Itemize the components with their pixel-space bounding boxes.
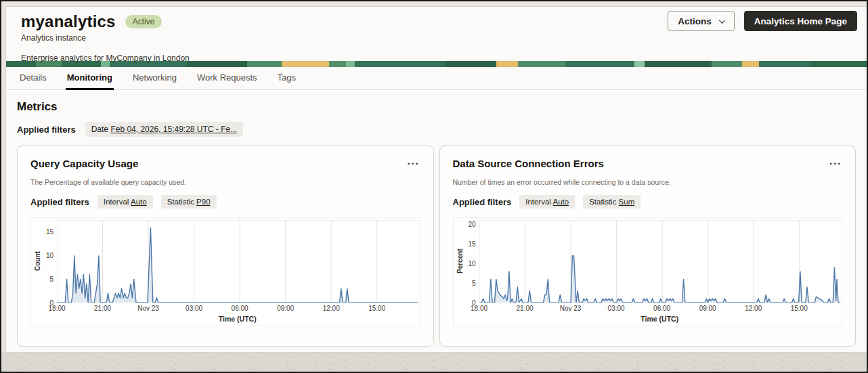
statistic-filter-label: Statistic	[589, 198, 616, 206]
y-axis-title: Percent	[455, 220, 464, 303]
ellipsis-menu-icon[interactable]: ···	[827, 156, 844, 171]
interval-filter-label: Interval	[104, 198, 129, 206]
y-axis-ticks: 051015	[42, 220, 57, 303]
card-filters-row: Applied filters Interval Auto Statistic …	[453, 195, 843, 209]
home-button-label: Analytics Home Page	[754, 16, 847, 26]
tab-tags[interactable]: Tags	[276, 67, 297, 90]
statistic-filter-chip[interactable]: Statistic Sum	[583, 195, 641, 209]
line-chart-plot	[479, 220, 841, 303]
metric-cards: Query Capacity Usage ··· The Percentage …	[17, 146, 856, 347]
interval-filter-label: Interval	[525, 198, 551, 206]
footer-band	[1, 353, 867, 372]
date-filter-label: Date	[91, 125, 108, 134]
x-axis-ticks: 18:0021:00Nov 2303:0006:0009:0012:0015:0…	[479, 303, 841, 313]
card-applied-filters-label: Applied filters	[30, 197, 89, 207]
tab-details[interactable]: Details	[18, 67, 48, 90]
interval-filter-value[interactable]: Auto	[131, 198, 147, 206]
x-axis-title: Time (UTC)	[479, 315, 841, 324]
x-axis-title: Time (UTC)	[57, 315, 418, 324]
tab-bar: Details Monitoring Networking Work Reque…	[6, 67, 867, 90]
actions-button-label: Actions	[678, 16, 712, 26]
header-buttons: Actions Analytics Home Page	[668, 11, 857, 31]
monitoring-content: Metrics Applied filters Date Feb 04, 202…	[6, 90, 867, 347]
card-applied-filters-label: Applied filters	[453, 197, 512, 207]
card-title: Data Source Connection Errors	[453, 158, 843, 169]
actions-button[interactable]: Actions	[668, 11, 735, 31]
query-capacity-chart: Count 051015 18:0021:00Nov 2303:0006:000…	[30, 217, 420, 326]
card-data-source-connection-errors: Data Source Connection Errors ··· Number…	[439, 146, 856, 347]
card-title: Query Capacity Usage	[30, 158, 420, 169]
metrics-heading: Metrics	[17, 100, 856, 114]
date-filter-chip[interactable]: Date Feb 04, 2026, 15:49:28 UTC - Fe...	[85, 122, 243, 137]
instance-type-label: Analytics instance	[21, 33, 853, 43]
page-filters-row: Applied filters Date Feb 04, 2026, 15:49…	[17, 122, 856, 137]
tab-monitoring[interactable]: Monitoring	[66, 67, 114, 90]
main-panel: myanalytics Active Analytics instance En…	[5, 6, 867, 353]
statistic-filter-value[interactable]: Sum	[619, 198, 635, 206]
interval-filter-value[interactable]: Auto	[552, 198, 569, 206]
page-title: myanalytics	[21, 12, 116, 31]
connection-errors-chart: Percent 05101520 18:0021:00Nov 2303:0006…	[453, 217, 843, 326]
tab-networking[interactable]: Networking	[131, 67, 178, 90]
y-axis-title: Count	[32, 220, 42, 303]
analytics-home-page-button[interactable]: Analytics Home Page	[744, 11, 857, 31]
interval-filter-chip[interactable]: Interval Auto	[519, 195, 575, 209]
y-axis-ticks: 05101520	[464, 220, 479, 303]
statistic-filter-value[interactable]: P90	[196, 198, 210, 206]
statistic-filter-label: Statistic	[167, 198, 194, 206]
interval-filter-chip[interactable]: Interval Auto	[97, 195, 153, 209]
statistic-filter-chip[interactable]: Statistic P90	[161, 195, 217, 209]
app-window: myanalytics Active Analytics instance En…	[0, 0, 868, 373]
date-filter-value[interactable]: Feb 04, 2026, 15:49:28 UTC - Fe...	[110, 125, 237, 134]
status-badge: Active	[125, 15, 162, 28]
x-axis-ticks: 18:0021:00Nov 2303:0006:0009:0012:0015:0…	[57, 303, 418, 313]
plot-area: 18:0021:00Nov 2303:0006:0009:0012:0015:0…	[479, 220, 841, 324]
instance-description: Enterprise analytics for MyCompany in Lo…	[21, 53, 853, 63]
applied-filters-label: Applied filters	[17, 125, 76, 135]
card-description: Number of times an error occurred while …	[453, 178, 843, 186]
card-query-capacity-usage: Query Capacity Usage ··· The Percentage …	[17, 146, 434, 347]
tab-work-requests[interactable]: Work Requests	[196, 67, 259, 90]
instance-header: myanalytics Active Analytics instance En…	[6, 7, 867, 61]
plot-area: 18:0021:00Nov 2303:0006:0009:0012:0015:0…	[57, 220, 418, 324]
card-description: The Percentage of available query capaci…	[30, 178, 420, 186]
line-chart-plot	[57, 220, 418, 303]
card-filters-row: Applied filters Interval Auto Statistic …	[30, 195, 420, 209]
chevron-down-icon	[718, 17, 725, 24]
ellipsis-menu-icon[interactable]: ···	[405, 156, 422, 171]
